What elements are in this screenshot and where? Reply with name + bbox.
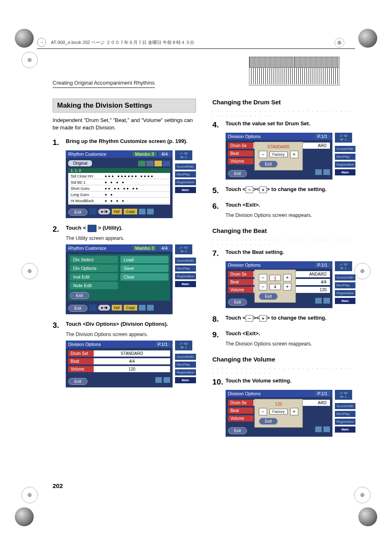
- minus-button[interactable]: −: [259, 151, 267, 158]
- exit-button[interactable]: Exit: [68, 305, 88, 312]
- row-label: Drum Se: [228, 143, 254, 149]
- popup-value: STANDARD: [259, 145, 298, 149]
- sidebar-registration[interactable]: Registration: [335, 161, 356, 168]
- sidebar-registration[interactable]: Registration: [175, 273, 196, 279]
- sidebar-main[interactable]: Main: [335, 298, 356, 304]
- up-icon[interactable]: [155, 377, 162, 383]
- stop-icon[interactable]: [146, 161, 154, 166]
- sidebar-registration[interactable]: Registration: [335, 419, 356, 425]
- sidebar-recplay[interactable]: Rec/Play: [175, 171, 196, 177]
- rhythm-customize-screen: Rhythm Customize Mambo 3 4/4 Original: [66, 150, 196, 218]
- sidebar-sound[interactable]: Sound/KBD: [335, 274, 356, 281]
- sidebar-main[interactable]: Main: [335, 169, 356, 175]
- page-indicator: P.1/1: [315, 391, 330, 396]
- menu-load[interactable]: Load: [120, 256, 168, 263]
- play-button[interactable]: ►/■: [98, 209, 110, 214]
- text-frag: ><: [253, 315, 259, 321]
- minus-button[interactable]: −: [259, 274, 267, 281]
- step-6: 6. Touch <Exit>.: [212, 202, 356, 211]
- down-icon[interactable]: [164, 377, 170, 383]
- value-popup: 120 − Factory + Exit: [254, 399, 303, 428]
- lcd-title-label: Rhythm Customize: [68, 152, 106, 157]
- plus-button[interactable]: +: [290, 151, 298, 158]
- down-icon[interactable]: [323, 169, 330, 175]
- utility-icon[interactable]: [89, 208, 97, 215]
- plus-button[interactable]: +: [290, 408, 298, 415]
- sidebar-sound[interactable]: Sound/KBD: [175, 354, 196, 360]
- sidebar-sound[interactable]: Sound/KBD: [335, 146, 356, 152]
- sidebar-sound[interactable]: Sound/KBD: [335, 403, 356, 409]
- deco-ball-bl: [15, 507, 34, 526]
- row-val[interactable]: STANDARD: [94, 350, 170, 357]
- popup-exit-button[interactable]: Exit: [259, 161, 278, 168]
- down-icon[interactable]: [147, 209, 154, 214]
- plus-button[interactable]: +: [283, 274, 291, 281]
- drum-pattern: ●●● ●●●●●● ●●●●: [103, 174, 169, 179]
- sidebar-recplay[interactable]: Rec/Play: [175, 362, 196, 368]
- menu-clear[interactable]: Clear: [120, 273, 168, 281]
- sidebar-main[interactable]: Main: [175, 281, 196, 287]
- up-icon[interactable]: [139, 209, 145, 214]
- sidebar-recplay[interactable]: Rec/Play: [335, 282, 356, 288]
- division-options-screen: Division Options P.1/1 Drum SetSTANDARD …: [66, 341, 196, 387]
- factory-button[interactable]: Factory: [270, 152, 288, 157]
- drum-row: Long Guiro: [69, 192, 102, 198]
- exit-button[interactable]: Exit: [228, 170, 247, 177]
- copy-button[interactable]: Copy: [124, 209, 137, 214]
- up-icon[interactable]: [315, 426, 322, 432]
- popup-exit-button[interactable]: Exit: [259, 418, 278, 425]
- row-val[interactable]: 120: [94, 366, 170, 372]
- sidebar-registration[interactable]: Registration: [175, 369, 196, 375]
- exit-button[interactable]: Exit: [228, 299, 247, 306]
- menu-note-edit[interactable]: Note Edit: [70, 282, 118, 289]
- text-frag: Touch <: [226, 315, 246, 321]
- menu-div-options[interactable]: Div Options: [70, 265, 118, 272]
- sidebar-sound[interactable]: Sound/KBD: [175, 258, 196, 264]
- sidebar-sound[interactable]: Sound/KBD: [175, 164, 196, 170]
- minus-button[interactable]: −: [259, 283, 267, 290]
- marker-icon[interactable]: [154, 161, 162, 166]
- copy-button[interactable]: Copy: [124, 305, 137, 311]
- up-icon[interactable]: [315, 169, 322, 175]
- sidebar-recplay[interactable]: Rec/Play: [175, 265, 196, 272]
- popup-exit-button[interactable]: Exit: [259, 293, 278, 300]
- exit-button[interactable]: Exit: [70, 292, 89, 299]
- step-number: 2.: [53, 225, 66, 234]
- sidebar-main[interactable]: Main: [335, 426, 356, 433]
- up-icon[interactable]: [139, 305, 145, 311]
- menu-save[interactable]: Save: [120, 265, 168, 272]
- subhead-volume: Changing the Volume: [212, 356, 356, 363]
- exit-button[interactable]: Exit: [68, 378, 88, 385]
- prev-icon[interactable]: [138, 161, 145, 166]
- sidebar-registration[interactable]: Registration: [335, 290, 356, 296]
- play-button[interactable]: ►/■: [98, 305, 110, 311]
- utility-screen: Rhythm Customize Mambo 3 4/4 Div Select …: [66, 244, 196, 314]
- del-button[interactable]: Del: [112, 209, 122, 214]
- utility-icon[interactable]: [89, 304, 97, 311]
- down-icon[interactable]: [147, 305, 154, 311]
- del-button[interactable]: Del: [112, 305, 122, 311]
- sidebar-main[interactable]: Main: [175, 377, 196, 383]
- numerator-value[interactable]: 4: [270, 275, 281, 281]
- sidebar-recplay[interactable]: Rec/Play: [335, 411, 356, 417]
- sidebar-recplay[interactable]: Rec/Play: [335, 154, 356, 160]
- factory-button[interactable]: Factory: [270, 409, 288, 415]
- minus-button[interactable]: −: [259, 408, 267, 415]
- original-btn[interactable]: Original: [68, 160, 92, 166]
- menu-inst-edit[interactable]: Inst Edit: [70, 273, 118, 281]
- down-icon[interactable]: [323, 426, 330, 432]
- exit-button[interactable]: Exit: [228, 427, 247, 434]
- row-label: Volume: [228, 158, 254, 164]
- exit-button[interactable]: Exit: [68, 209, 88, 216]
- plus-button[interactable]: +: [283, 283, 291, 290]
- menu-div-select[interactable]: Div Select: [70, 256, 118, 263]
- tempo-display: ♩= 92M: 1: [175, 150, 192, 160]
- next-icon[interactable]: [163, 161, 170, 166]
- down-icon[interactable]: [323, 298, 330, 304]
- sidebar-main[interactable]: Main: [175, 187, 196, 193]
- row-val[interactable]: 4/4: [94, 358, 170, 364]
- sidebar-registration[interactable]: Registration: [175, 179, 196, 185]
- up-icon[interactable]: [315, 298, 322, 304]
- denominator-value[interactable]: 4: [270, 284, 281, 290]
- drum-row: Short Guiro: [69, 186, 102, 191]
